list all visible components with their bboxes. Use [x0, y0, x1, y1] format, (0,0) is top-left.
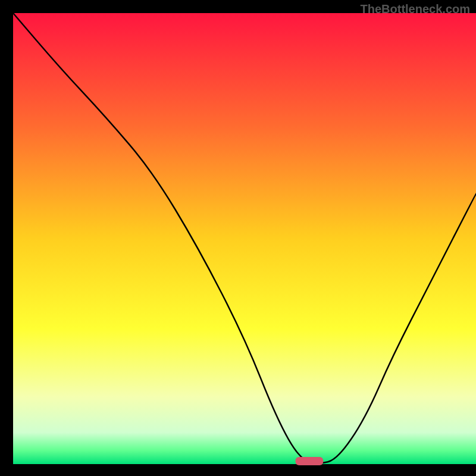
- optimal-marker: [296, 457, 324, 465]
- plot-background: [13, 13, 476, 464]
- attribution-text: TheBottleneck.com: [361, 2, 470, 16]
- chart-container: TheBottleneck.com: [0, 0, 476, 476]
- bottleneck-chart: [0, 0, 476, 476]
